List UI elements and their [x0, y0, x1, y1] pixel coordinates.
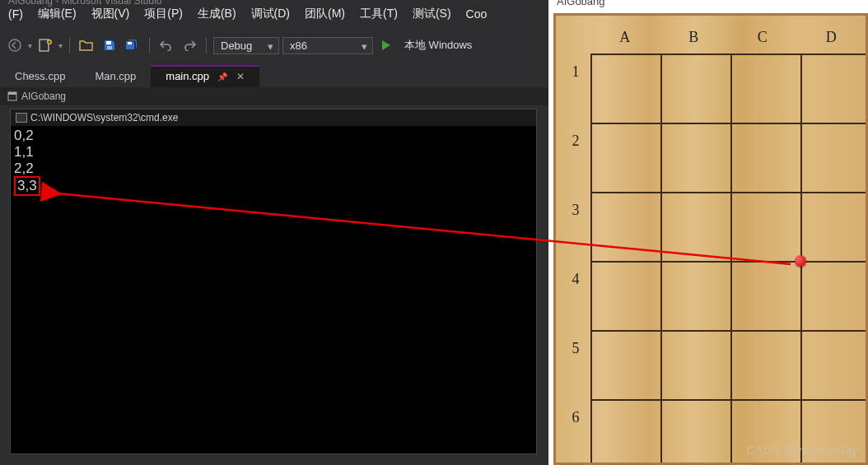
close-icon[interactable]: ✕ [230, 71, 245, 82]
grid-line [590, 192, 868, 193]
cmd-line: 1,1 [14, 144, 533, 160]
tab-main-cpp[interactable]: main.cpp 📌 ✕ [151, 65, 259, 87]
menu-file[interactable]: (F) [3, 6, 28, 22]
open-button[interactable] [77, 35, 96, 55]
play-icon [380, 40, 392, 51]
row-label: 1 [567, 63, 584, 81]
grid-line [590, 330, 868, 332]
grid-line [590, 53, 868, 55]
redo-button[interactable] [180, 35, 199, 55]
cmd-line: 0,2 [14, 128, 533, 144]
redo-icon [182, 40, 197, 51]
svg-point-0 [9, 40, 21, 51]
separator [149, 37, 150, 53]
menu-build[interactable]: 生成(B) [193, 5, 241, 23]
config-combo[interactable]: Debug [213, 37, 279, 54]
separator [206, 37, 207, 53]
row-label: 4 [567, 271, 584, 289]
save-button[interactable] [100, 35, 119, 55]
project-name[interactable]: AIGobang [21, 91, 66, 102]
tab-label: Chess.cpp [15, 70, 65, 82]
start-debug-button[interactable] [376, 35, 396, 55]
grid-line [590, 399, 868, 401]
cmd-line-highlighted: 3,3 [14, 176, 40, 196]
save-all-button[interactable] [123, 35, 142, 55]
undo-icon [159, 40, 174, 51]
col-label: B [660, 29, 729, 46]
svg-rect-7 [8, 92, 16, 95]
row-label: 5 [567, 340, 584, 358]
tab-man-cpp[interactable]: Man.cpp [80, 65, 151, 87]
dropdown-caret-icon[interactable]: ▾ [58, 41, 63, 50]
row-labels: 1 2 3 4 5 6 [567, 63, 584, 427]
menu-team[interactable]: 团队(M) [300, 5, 350, 23]
save-icon [104, 40, 115, 51]
menu-test[interactable]: 测试(S) [408, 5, 456, 23]
dropdown-caret-icon[interactable]: ▾ [28, 41, 32, 50]
cmd-line: 2,2 [14, 160, 533, 177]
window-title: AIGobang - Microsoft Visual Studio [0, 0, 162, 8]
cmd-titlebar[interactable]: C:\WINDOWS\system32\cmd.exe [11, 109, 536, 126]
row-label: 3 [567, 202, 584, 220]
grid-line [590, 261, 868, 263]
col-label: A [590, 29, 660, 46]
launch-target-label[interactable]: 本地 Windows [399, 38, 477, 53]
col-label: D [797, 29, 866, 46]
circle-arrow-left-icon [7, 38, 22, 53]
menu-more[interactable]: Coo [461, 6, 492, 22]
folder-open-icon [79, 39, 94, 52]
cmd-icon [16, 113, 27, 123]
svg-rect-3 [106, 41, 111, 44]
svg-rect-4 [107, 46, 112, 49]
tab-chess-cpp[interactable]: Chess.cpp [0, 65, 80, 87]
separator [69, 37, 70, 53]
col-label: C [728, 29, 797, 46]
nav-back-button[interactable] [5, 35, 25, 55]
grid-line [660, 53, 662, 465]
row-label: 6 [567, 409, 584, 427]
platform-combo[interactable]: x86 [282, 37, 373, 54]
gobang-window-title: AIGobang [557, 0, 605, 7]
watermark: CSDN @IronmanJay [746, 444, 858, 457]
gobang-board[interactable]: A B C D 1 2 3 4 5 6 [553, 13, 868, 465]
svg-rect-5 [128, 42, 132, 44]
project-icon [7, 91, 18, 102]
new-item-button[interactable] [35, 35, 55, 55]
grid-line [590, 123, 868, 124]
board-stone [795, 255, 806, 267]
row-label: 2 [567, 133, 584, 151]
cmd-window: C:\WINDOWS\system32\cmd.exe 0,2 1,1 2,2 … [10, 109, 537, 454]
save-all-icon [125, 39, 140, 52]
gobang-window: AIGobang A B C D 1 2 3 4 5 6 [548, 0, 868, 465]
column-labels: A B C D [590, 29, 866, 46]
grid-line [730, 53, 732, 465]
menu-tools[interactable]: 工具(T) [355, 5, 403, 23]
cmd-output: 0,2 1,1 2,2 3,3 [11, 126, 536, 198]
new-file-icon [37, 38, 54, 53]
tab-label: main.cpp [166, 70, 209, 82]
cmd-title: C:\WINDOWS\system32\cmd.exe [30, 112, 178, 123]
pin-icon[interactable]: 📌 [212, 72, 227, 81]
grid-line [590, 53, 592, 465]
tab-label: Man.cpp [95, 70, 136, 82]
undo-button[interactable] [156, 35, 176, 55]
menu-debug[interactable]: 调试(D) [246, 5, 295, 23]
